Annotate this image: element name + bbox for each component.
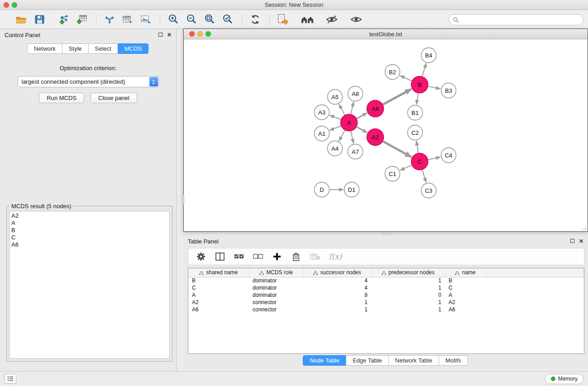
- deselect-all-button[interactable]: [253, 251, 263, 262]
- function-builder-button[interactable]: f(x): [329, 252, 342, 261]
- table-cell[interactable]: C: [445, 284, 486, 291]
- graph-edge[interactable]: [383, 89, 411, 105]
- refresh-button[interactable]: [248, 13, 263, 26]
- graph-node-C2[interactable]: C2: [408, 125, 423, 140]
- graph-node-B2[interactable]: B2: [385, 65, 400, 80]
- tab-style[interactable]: Style: [62, 43, 89, 54]
- graph-node-A1[interactable]: A1: [315, 126, 330, 141]
- save-button[interactable]: [32, 13, 47, 26]
- mcds-result-list[interactable]: A2ABCA6: [9, 211, 170, 359]
- tab-mcds[interactable]: MCDS: [118, 43, 148, 54]
- graph-edge[interactable]: [351, 131, 354, 143]
- tab-select[interactable]: Select: [88, 43, 118, 54]
- delete-table-button[interactable]: [310, 251, 320, 262]
- table-cell[interactable]: connector: [249, 299, 303, 306]
- table-cell[interactable]: A: [188, 291, 249, 299]
- graph-node-A[interactable]: A: [341, 114, 358, 131]
- zoom-fit-button[interactable]: [202, 13, 217, 26]
- list-item[interactable]: B: [11, 227, 167, 234]
- graph-node-C[interactable]: C: [411, 153, 428, 170]
- graph-edge[interactable]: [428, 86, 440, 89]
- column-header-mcds-role[interactable]: MCDS role: [249, 268, 303, 277]
- graph-edge[interactable]: [422, 170, 426, 183]
- list-item[interactable]: A: [11, 219, 167, 227]
- table-cell[interactable]: dominator: [249, 291, 303, 299]
- network-table-button[interactable]: [120, 13, 135, 26]
- graph-node-A2[interactable]: A2: [367, 129, 384, 146]
- search-input[interactable]: [461, 16, 583, 23]
- task-history-button[interactable]: [5, 374, 16, 384]
- resize-grip-icon[interactable]: [582, 225, 587, 231]
- graph-edge[interactable]: [383, 141, 411, 157]
- horizontal-splitter-handle[interactable]: [382, 232, 392, 234]
- network-minimize-button[interactable]: [197, 31, 203, 37]
- zoom-window-button[interactable]: [12, 2, 17, 8]
- table-cell[interactable]: connector: [249, 306, 303, 313]
- table-cell[interactable]: 1: [303, 306, 371, 313]
- select-columns-button[interactable]: [215, 251, 225, 262]
- vertical-splitter-handle[interactable]: [182, 195, 184, 205]
- graph-node-B4[interactable]: B4: [421, 48, 436, 63]
- table-cell[interactable]: 8: [303, 291, 371, 299]
- graphics-details-button[interactable]: [324, 13, 339, 26]
- table-row[interactable]: Bdominator41B: [188, 277, 584, 284]
- network-zoom-button[interactable]: [206, 31, 211, 37]
- graph-edge[interactable]: [357, 127, 367, 133]
- node-table[interactable]: shared nameMCDS rolesuccessor nodesprede…: [188, 268, 584, 354]
- export-image-button[interactable]: [138, 13, 153, 26]
- graph-edge[interactable]: [357, 113, 367, 119]
- table-cell[interactable]: 4: [303, 284, 371, 291]
- column-header-shared-name[interactable]: shared name: [188, 268, 249, 277]
- table-cell[interactable]: 4: [303, 277, 371, 284]
- graph-edge[interactable]: [400, 165, 411, 170]
- table-tab-edge-table[interactable]: Edge Table: [346, 355, 389, 366]
- table-cell[interactable]: 1: [371, 306, 445, 313]
- graph-edge[interactable]: [400, 76, 412, 81]
- table-cell[interactable]: 1: [303, 299, 371, 306]
- show-details-button[interactable]: [349, 13, 364, 26]
- graph-node-A8[interactable]: A8: [348, 86, 363, 101]
- graph-node-B3[interactable]: B3: [441, 83, 456, 98]
- column-header-successor-nodes[interactable]: successor nodes: [303, 268, 371, 277]
- graph-node-D1[interactable]: D1: [344, 182, 359, 197]
- close-panel-button[interactable]: Close panel: [91, 93, 137, 103]
- import-table-button[interactable]: [74, 13, 90, 26]
- table-row[interactable]: A6connector11A6: [188, 306, 584, 313]
- run-mcds-button[interactable]: Run MCDS: [39, 93, 84, 103]
- table-cell[interactable]: C: [188, 284, 249, 291]
- select-all-button[interactable]: [234, 251, 244, 262]
- graph-node-A6[interactable]: A6: [367, 100, 384, 117]
- column-header-predecessor-nodes[interactable]: predecessor nodes: [371, 268, 445, 277]
- graph-node-A7[interactable]: A7: [348, 144, 363, 159]
- table-cell[interactable]: B: [188, 277, 249, 284]
- graph-node-B1[interactable]: B1: [408, 105, 423, 120]
- table-cell[interactable]: A6: [188, 306, 249, 313]
- table-row[interactable]: A2connector11A2: [188, 299, 584, 306]
- list-item[interactable]: C: [11, 234, 167, 241]
- open-button[interactable]: [14, 13, 29, 26]
- table-cell[interactable]: B: [445, 277, 486, 284]
- graph-edge[interactable]: [422, 63, 426, 76]
- zoom-in-button[interactable]: [166, 13, 181, 26]
- graph-edge[interactable]: [416, 93, 418, 104]
- table-cell[interactable]: dominator: [249, 284, 303, 291]
- table-cell[interactable]: A6: [445, 306, 486, 313]
- list-item[interactable]: A2: [11, 212, 167, 219]
- close-window-button[interactable]: [4, 2, 9, 8]
- table-cell[interactable]: dominator: [249, 277, 303, 284]
- table-cell[interactable]: A2: [188, 299, 249, 306]
- graph-node-B[interactable]: B: [411, 76, 428, 93]
- zoom-selected-button[interactable]: [220, 13, 235, 26]
- graph-node-C1[interactable]: C1: [385, 167, 400, 181]
- graph-edge[interactable]: [416, 141, 418, 152]
- table-cell[interactable]: A2: [445, 299, 486, 306]
- paste-button[interactable]: [275, 13, 291, 26]
- new-network-button[interactable]: [102, 13, 117, 26]
- graph-edge[interactable]: [330, 126, 341, 130]
- graph-edge[interactable]: [428, 157, 440, 160]
- table-settings-button[interactable]: [196, 251, 206, 262]
- close-panel-icon[interactable]: ✕: [167, 32, 172, 38]
- graph-edge[interactable]: [330, 115, 341, 119]
- network-graph[interactable]: B4B2BB3A8A5A6B1A3AA1C2A2A4A7C4CC1C3DD1: [184, 40, 588, 231]
- graph-edge[interactable]: [351, 102, 354, 114]
